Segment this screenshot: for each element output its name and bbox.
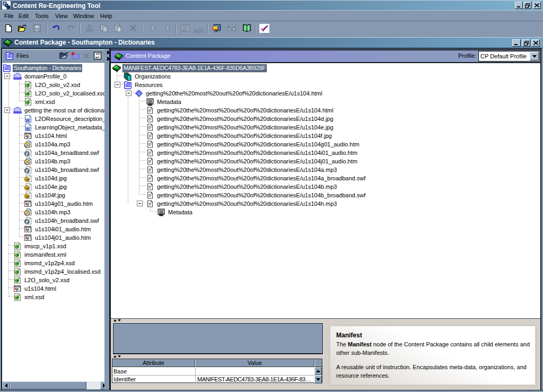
svg-text:fw: fw — [25, 195, 30, 198]
svg-text:W: W — [25, 118, 30, 123]
svg-text:fw: fw — [25, 186, 30, 190]
svg-text:W: W — [25, 126, 30, 132]
svg-text:fw: fw — [25, 178, 30, 181]
